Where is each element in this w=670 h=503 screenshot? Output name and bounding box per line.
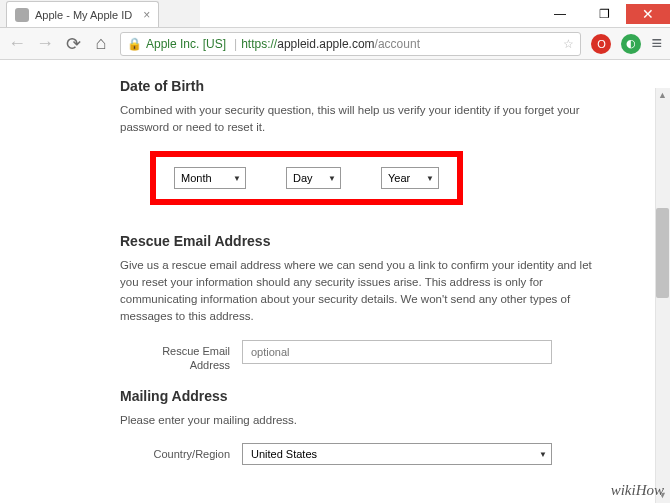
bookmark-star-icon[interactable]: ☆ xyxy=(563,37,574,51)
menu-button[interactable]: ≡ xyxy=(651,33,662,54)
rescue-email-label: Rescue Email Address xyxy=(120,340,230,373)
tab-close-icon[interactable]: × xyxy=(143,8,150,22)
url-path: /account xyxy=(375,37,420,51)
country-select[interactable]: United States xyxy=(242,443,552,465)
dob-heading: Date of Birth xyxy=(120,78,630,94)
extension-green-icon[interactable]: ◐ xyxy=(621,34,641,54)
vertical-scrollbar[interactable]: ▲ ▼ xyxy=(655,88,670,503)
maximize-button[interactable]: ❐ xyxy=(582,4,626,24)
address-bar[interactable]: 🔒 Apple Inc. [US] | https://appleid.appl… xyxy=(120,32,581,56)
browser-toolbar: ← → ⟳ ⌂ 🔒 Apple Inc. [US] | https://appl… xyxy=(0,28,670,60)
watermark: wikiHow xyxy=(611,482,664,499)
dob-day-select[interactable]: Day xyxy=(286,167,341,189)
reload-button[interactable]: ⟳ xyxy=(64,33,82,55)
country-label: Country/Region xyxy=(120,443,230,461)
home-button[interactable]: ⌂ xyxy=(92,33,110,54)
minimize-button[interactable]: — xyxy=(538,4,582,24)
extension-opera-icon[interactable]: O xyxy=(591,34,611,54)
rescue-email-row: Rescue Email Address xyxy=(120,340,630,373)
dob-year-select[interactable]: Year xyxy=(381,167,439,189)
rescue-heading: Rescue Email Address xyxy=(120,233,630,249)
mailing-description: Please enter your mailing address. xyxy=(120,412,600,429)
tab-title: Apple - My Apple ID xyxy=(35,9,132,21)
back-button[interactable]: ← xyxy=(8,33,26,54)
lock-icon: 🔒 xyxy=(127,37,142,51)
close-button[interactable]: ✕ xyxy=(626,4,670,24)
rescue-email-input[interactable] xyxy=(242,340,552,364)
url-protocol: https:// xyxy=(241,37,277,51)
url-host: appleid.apple.com xyxy=(277,37,374,51)
tab-strip: Apple - My Apple ID × xyxy=(0,0,200,28)
rescue-description: Give us a rescue email address where we … xyxy=(120,257,600,326)
page-content: Date of Birth Combined with your securit… xyxy=(0,60,670,475)
dob-month-select[interactable]: Month xyxy=(174,167,246,189)
mailing-heading: Mailing Address xyxy=(120,388,630,404)
apple-favicon xyxy=(15,8,29,22)
country-row: Country/Region United States xyxy=(120,443,630,465)
scroll-up-icon[interactable]: ▲ xyxy=(655,88,670,103)
dob-highlight-box: Month Day Year xyxy=(150,151,463,205)
cert-label: Apple Inc. [US] xyxy=(146,37,226,51)
forward-button[interactable]: → xyxy=(36,33,54,54)
browser-tab[interactable]: Apple - My Apple ID × xyxy=(6,1,159,27)
scrollbar-thumb[interactable] xyxy=(656,208,669,298)
dob-description: Combined with your security question, th… xyxy=(120,102,600,137)
